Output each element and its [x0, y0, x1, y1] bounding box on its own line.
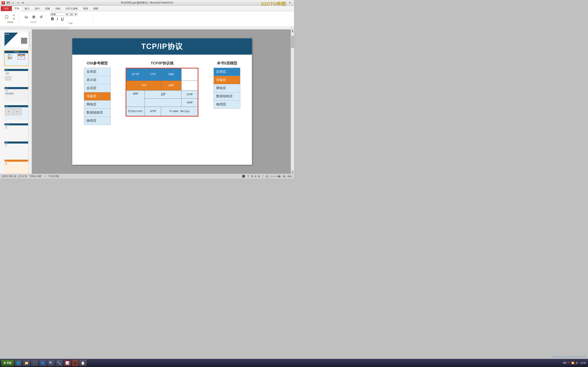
font-size-select[interactable]: 18 [69, 13, 77, 16]
osi-model-title: OSI参考模型 [87, 61, 108, 66]
theme-name: "Office 主题" [29, 175, 42, 178]
scroll-down-arrow[interactable]: ▼ [291, 170, 294, 174]
app-layout: 1 网络工程 2 TCP/IP协议 [0, 29, 294, 174]
scroll-up-arrow[interactable]: ▲ [291, 29, 294, 33]
osi-datalink-layer: 数据链路层 [84, 109, 111, 117]
icmp-cell: ICMP [182, 91, 198, 99]
clipboard-label: 剪贴板 [7, 21, 13, 24]
ip-bottom-cell [145, 99, 182, 107]
slide-thumb-row-7: 7 物理层 • 内容1 • 内容2 [0, 140, 28, 158]
app-icon: P [2, 1, 5, 4]
zoom-thumb[interactable] [278, 175, 280, 177]
slide-thumbnail-8[interactable]: 总结 • 总结1 • 总结2 • 总结3 [4, 159, 29, 174]
slide-thumbnail-1[interactable]: 网络工程 [4, 32, 29, 48]
ruler-corner [0, 26, 29, 29]
book-model-title: 本书5层模型 [217, 61, 237, 66]
ribbon-group-clipboard: 📋 ✂ ⎘ 剪贴板 [2, 14, 19, 24]
italic-button[interactable]: I [55, 17, 60, 21]
help-icon[interactable]: ❓ [247, 175, 250, 178]
slide-thumbnail-3[interactable]: 应用层 • 文本内容 • 文本内容 • 文本内容 [4, 68, 29, 84]
osi-network-layer: 网络层 [84, 100, 111, 109]
paste-button[interactable]: 📋 [3, 14, 10, 20]
osi-table: 应用层 表示层 会话层 传输层 网络层 数据链路层 物理层 [84, 68, 111, 125]
slide-canvas: TCP/IP协议 OSI参考模型 应用层 表示层 会话层 传输层 网络层 数据链… [72, 38, 252, 165]
slide-thumb-row-1: 1 网络工程 [0, 31, 28, 49]
tab-file[interactable]: 文件 [1, 6, 12, 11]
ribbon-group-slides: 🗂 ⊞ ↺ 幻灯片 [21, 14, 46, 24]
ruler-vertical: 6·5·4·3·2·1·0·1·2·3·4·5·6·7·8 [29, 29, 32, 174]
slide-thumbnail-7[interactable]: 物理层 • 内容1 • 内容2 [4, 141, 29, 157]
status-left: 幻灯片 第 2 张，共 12 张 "Office 主题" ✓ 中文(中国) [2, 175, 240, 178]
book-app-layer: 应用层 [214, 68, 240, 76]
table-row: ARP IP ICMP [126, 91, 198, 99]
status-right: ⬛ ❓ ⊞ ⊟ ⊠ ⛶ − + 90% [242, 175, 292, 178]
check-icon: ✓ [44, 175, 46, 178]
title-bar: P 💾 ↩ ↪ ▼ 06 应用层.ppt [兼容模式] - Microsoft … [0, 0, 294, 6]
view-sort-icon[interactable]: ⊟ [255, 175, 256, 178]
reset-button[interactable]: ↺ [38, 14, 44, 20]
tcpip-model-column: TCP/IP协议栈 HTTP FTP DNS [126, 61, 199, 117]
osi-session-layer: 会话层 [84, 84, 111, 92]
slide-thumb-row-6: 6 数据链路层 • 内容1 • 内容2 • 内容3 [0, 122, 28, 140]
zoom-minus-button[interactable]: − [265, 175, 269, 178]
window-title: 06 应用层.ppt [兼容模式] - Microsoft PowerPoint [121, 1, 173, 4]
osi-presentation-layer: 表示层 [84, 76, 111, 84]
empty-transport-cell [182, 81, 198, 91]
slide-thumb-row-8: 8 总结 • 总结1 • 总结2 • 总结3 [0, 158, 28, 174]
table-row: HTTP FTP DNS [126, 68, 198, 81]
ribbon: 文件 开始 插入 设计 切换 动画 幻灯片放映 审阅 视图 51CTO学院 📋 … [0, 6, 294, 26]
save-button[interactable]: 💾 [6, 1, 10, 5]
book-model-column: 本书5层模型 应用层 传输层 网络层 数据链路层 物理层 [214, 61, 240, 109]
bold-button[interactable]: B [50, 17, 55, 21]
quick-access-toolbar: 💾 ↩ ↪ ▼ [6, 1, 25, 5]
empty-app-cell [182, 68, 198, 81]
slide-thumb-row-2: 2 TCP/IP协议 应用层 表示层 会话层 传输层 网络层 [0, 49, 28, 67]
customize-button[interactable]: ▼ [21, 1, 25, 5]
underline-button[interactable]: U [60, 17, 65, 21]
tab-slideshow[interactable]: 幻灯片放映 [63, 6, 80, 11]
view-reading-icon[interactable]: ⊠ [258, 175, 260, 178]
slide-thumbnail-5[interactable]: 网络层 图示 图示 [4, 105, 29, 120]
redo-button[interactable]: ↪ [16, 1, 20, 5]
scroll-thumb[interactable] [291, 36, 294, 48]
tab-transitions[interactable]: 切换 [43, 6, 53, 11]
brand-logo: 51CTO学院 [261, 1, 286, 7]
slide-thumbnail-2[interactable]: TCP/IP协议 应用层 表示层 会话层 传输层 网络层 HTTP [4, 50, 29, 66]
tab-home[interactable]: 开始 [12, 6, 22, 11]
close-button[interactable]: ✕ [287, 1, 292, 5]
font-family-select[interactable]: 宋体 [50, 13, 69, 16]
zoom-plus-button[interactable]: + [283, 175, 286, 178]
tab-insert[interactable]: 插入 [22, 6, 32, 11]
zoom-slider[interactable] [269, 176, 282, 177]
cut-button[interactable]: ✂ [11, 14, 17, 17]
osi-transport-layer: 传输层 [84, 92, 111, 100]
table-row: Ethernet ATM Frame Relay [126, 107, 198, 116]
slide-thumbnail-4[interactable]: 传输层 • 协议内容 • 协议内容 TCP UDP [4, 87, 29, 102]
undo-button[interactable]: ↩ [11, 1, 15, 5]
view-fullscreen-icon[interactable]: ⛶ [261, 175, 264, 178]
slide-thumbnail-6[interactable]: 数据链路层 • 内容1 • 内容2 • 内容3 [4, 123, 29, 139]
slide-thumb-row-4: 4 传输层 • 协议内容 • 协议内容 TCP UDP [0, 85, 28, 104]
igmp-cell: IGMP [182, 99, 198, 107]
copy-button[interactable]: ⎘ [11, 17, 17, 20]
tab-animations[interactable]: 动画 [53, 6, 63, 11]
tab-review[interactable]: 审阅 [80, 6, 91, 11]
layout-button[interactable]: ⊞ [30, 14, 37, 20]
new-slide-button[interactable]: 🗂 [23, 14, 30, 20]
slideshow-icon[interactable]: ⬛ [242, 175, 245, 178]
scroll-vertical[interactable]: ▲ ▼ [291, 29, 294, 174]
tcpip-model-title: TCP/IP协议栈 [151, 61, 173, 66]
book-datalink-layer: 数据链路层 [214, 92, 240, 100]
osi-model-column: OSI参考模型 应用层 表示层 会话层 传输层 网络层 数据链路层 物理层 [84, 61, 111, 125]
language: 中文(中国) [49, 175, 59, 178]
book-transport-layer: 传输层 [214, 76, 240, 84]
osi-physical-layer: 物理层 [84, 117, 111, 125]
atm-cell: ATM [145, 107, 161, 116]
tab-view[interactable]: 视图 [91, 6, 101, 11]
arp-cell: ARP [126, 91, 145, 107]
tab-design[interactable]: 设计 [32, 6, 43, 11]
title-bar-left: P 💾 ↩ ↪ ▼ [2, 1, 25, 5]
view-normal-icon[interactable]: ⊞ [251, 175, 253, 178]
slide-thumb-row-3: 3 应用层 • 文本内容 • 文本内容 • 文本内容 [0, 67, 28, 85]
slide-count: 幻灯片 第 2 张，共 12 张 [2, 175, 27, 178]
